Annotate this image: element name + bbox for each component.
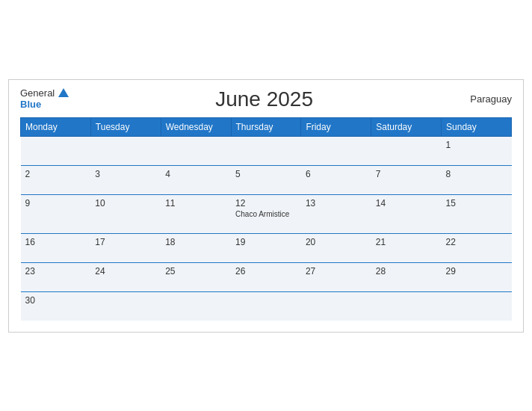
day-number: 15	[446, 198, 507, 208]
calendar-cell: 24	[90, 262, 161, 291]
logo-blue: Blue	[20, 99, 55, 110]
calendar-cell	[301, 291, 371, 321]
calendar-cell: 29	[442, 262, 512, 291]
weekday-header-wednesday: Wednesday	[161, 117, 231, 136]
calendar-week-4: 16171819202122	[21, 233, 512, 262]
day-number: 4	[165, 169, 226, 179]
calendar-cell: 5	[231, 165, 301, 194]
calendar-cell: 4	[161, 165, 231, 194]
calendar-cell: 11	[161, 194, 231, 233]
calendar-cell: 22	[442, 233, 512, 262]
calendar-cell: 12Chaco Armistice	[231, 194, 301, 233]
calendar-cell	[371, 136, 442, 165]
calendar-cell: 10	[90, 194, 161, 233]
day-number: 17	[95, 237, 156, 247]
calendar-week-5: 23242526272829	[21, 262, 512, 291]
calendar-cell: 9	[21, 194, 91, 233]
calendar-cell	[371, 291, 442, 321]
day-number: 6	[306, 169, 367, 179]
logo-area: General Blue	[20, 88, 69, 110]
calendar-cell: 6	[301, 165, 371, 194]
weekday-header-sunday: Sunday	[442, 117, 512, 136]
calendar-cell	[90, 136, 161, 165]
calendar-cell: 2	[21, 165, 91, 194]
calendar-cell: 23	[21, 262, 91, 291]
day-number: 7	[376, 169, 437, 179]
calendar-cell: 17	[90, 233, 161, 262]
weekday-header-friday: Friday	[301, 117, 371, 136]
day-number: 9	[25, 198, 87, 208]
day-number: 24	[95, 266, 156, 276]
day-number: 22	[446, 237, 507, 247]
day-number: 21	[376, 237, 437, 247]
day-number: 10	[95, 198, 156, 208]
calendar-cell: 21	[371, 233, 442, 262]
calendar-cell	[161, 136, 231, 165]
day-number: 23	[25, 266, 87, 276]
weekday-header-thursday: Thursday	[231, 117, 301, 136]
calendar-cell: 20	[301, 233, 371, 262]
calendar-cell	[301, 136, 371, 165]
calendar-container: General Blue June 2025 Paraguay MondayTu…	[8, 79, 524, 333]
logo-wrapper: General Blue	[20, 88, 69, 110]
day-number: 29	[446, 266, 507, 276]
calendar-cell: 27	[301, 262, 371, 291]
calendar-week-2: 2345678	[21, 165, 512, 194]
country-label: Paraguay	[460, 93, 512, 105]
weekday-header-row: MondayTuesdayWednesdayThursdayFridaySatu…	[21, 117, 512, 136]
day-number: 19	[235, 237, 297, 247]
calendar-header: General Blue June 2025 Paraguay	[20, 87, 512, 111]
calendar-cell: 15	[442, 194, 512, 233]
calendar-cell: 13	[301, 194, 371, 233]
calendar-week-1: 1	[21, 136, 512, 165]
calendar-cell: 14	[371, 194, 442, 233]
calendar-cell	[231, 291, 301, 321]
month-title: June 2025	[69, 87, 460, 111]
calendar-cell: 25	[161, 262, 231, 291]
day-number: 20	[306, 237, 367, 247]
day-number: 27	[306, 266, 367, 276]
weekday-header-tuesday: Tuesday	[90, 117, 161, 136]
calendar-cell: 8	[442, 165, 512, 194]
day-number: 14	[376, 198, 437, 208]
logo-text: General Blue	[20, 88, 55, 110]
calendar-cell	[231, 136, 301, 165]
day-number: 8	[446, 169, 507, 179]
calendar-cell: 1	[442, 136, 512, 165]
calendar-cell	[442, 291, 512, 321]
calendar-week-6: 30	[21, 291, 512, 321]
day-number: 1	[446, 140, 507, 150]
logo-general: General	[20, 88, 55, 99]
calendar-cell: 30	[21, 291, 91, 321]
event-label: Chaco Armistice	[235, 210, 297, 218]
calendar-cell	[161, 291, 231, 321]
day-number: 13	[306, 198, 367, 208]
weekday-header-saturday: Saturday	[371, 117, 442, 136]
calendar-table: MondayTuesdayWednesdayThursdayFridaySatu…	[20, 117, 512, 321]
day-number: 11	[165, 198, 226, 208]
day-number: 2	[25, 169, 87, 179]
day-number: 30	[25, 295, 87, 306]
day-number: 18	[165, 237, 226, 247]
day-number: 5	[235, 169, 297, 179]
day-number: 3	[95, 169, 156, 179]
day-number: 16	[25, 237, 87, 247]
day-number: 28	[376, 266, 437, 276]
calendar-cell: 26	[231, 262, 301, 291]
day-number: 25	[165, 266, 226, 276]
calendar-cell	[90, 291, 161, 321]
calendar-cell: 28	[371, 262, 442, 291]
calendar-cell: 19	[231, 233, 301, 262]
logo-triangle-icon	[58, 88, 69, 97]
calendar-tbody: 123456789101112Chaco Armistice1314151617…	[21, 136, 512, 321]
calendar-cell: 3	[90, 165, 161, 194]
calendar-cell: 16	[21, 233, 91, 262]
weekday-header-monday: Monday	[21, 117, 91, 136]
day-number: 26	[235, 266, 297, 276]
calendar-cell: 18	[161, 233, 231, 262]
calendar-cell: 7	[371, 165, 442, 194]
calendar-cell	[21, 136, 91, 165]
calendar-thead: MondayTuesdayWednesdayThursdayFridaySatu…	[21, 117, 512, 136]
day-number: 12	[235, 198, 297, 208]
calendar-week-3: 9101112Chaco Armistice131415	[21, 194, 512, 233]
